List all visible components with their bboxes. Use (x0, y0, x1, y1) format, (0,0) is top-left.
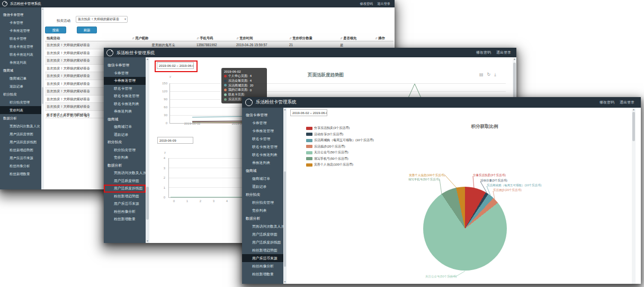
refresh-button[interactable]: 刷新 (77, 27, 97, 33)
scroll-down-icon[interactable]: ▼ (146, 239, 149, 243)
sidebar-item[interactable]: 券推送列表 (242, 159, 283, 167)
scrollbar-thumb[interactable] (632, 112, 635, 141)
sidebar-item[interactable]: 微信卡券管理 (242, 111, 283, 119)
sidebar-item[interactable]: 用户活跃度折线图 (104, 185, 146, 193)
sidebar-item[interactable]: 用户乐活币来源 (0, 154, 41, 162)
sidebar-item[interactable]: 粉丝画像分析 (0, 162, 41, 170)
sidebar-item[interactable]: 联名卡推送列表 (0, 50, 41, 58)
sidebar-scrollbar[interactable]: ▲ ▼ (146, 57, 149, 243)
column-header[interactable]: 用户昵称 (130, 35, 195, 41)
sidebar-item[interactable]: 卡券推送管理 (104, 77, 146, 85)
sidebar-item[interactable]: 卡券管理 (242, 119, 283, 127)
legend-item[interactable]: 分享乐活拍卖(3个乐活币) (306, 125, 374, 132)
sidebar-item[interactable]: 数据分析 (0, 114, 41, 122)
sidebar-item[interactable]: 联名卡推送列表 (104, 100, 146, 108)
sidebar-item[interactable]: 卡券推送管理 (242, 127, 283, 135)
scrollbar-thumb[interactable] (284, 171, 286, 267)
scrollbar-thumb[interactable] (146, 187, 149, 220)
sidebar-item[interactable]: 积分拍卖管理 (0, 98, 41, 106)
sidebar-item[interactable]: 退款记录 (104, 131, 146, 139)
legend-item[interactable]: 关注公众号(50个乐活币) (306, 150, 374, 156)
sidebar-item[interactable]: 页面访问次数及人次 (0, 122, 41, 130)
sidebar-item[interactable]: 粉丝新增趋势图 (242, 246, 283, 254)
legend-item[interactable]: 乐活商城购（每周五可领取）(10个乐活币) (306, 137, 374, 144)
sidebar-item[interactable]: 退款记录 (0, 82, 41, 90)
date-range-input[interactable]: 2019-06-02 ~ 2019-06-08 (290, 109, 327, 116)
change-password-link[interactable]: 修改密码 (360, 2, 373, 6)
sidebar-item[interactable]: 页面访问次数及人次 (104, 169, 146, 177)
legend-item[interactable]: 填写手机号(50个乐活币) (306, 156, 374, 162)
date-input[interactable]: 2019-06-09 (157, 137, 193, 144)
column-header[interactable]: 操作 (373, 35, 393, 41)
scrollbar-thumb[interactable] (42, 87, 43, 104)
column-header[interactable]: 手机号码 (195, 35, 235, 41)
scroll-up-icon[interactable]: ▲ (146, 57, 149, 61)
sidebar-item[interactable]: 微信卡券管理 (104, 62, 146, 69)
sidebar-item[interactable]: 积分拍卖管理 (104, 146, 146, 154)
legend-item[interactable]: 完善个人信息(100个乐活币) (306, 162, 374, 168)
legend-item[interactable]: 乐活捐步(20个乐活币) (306, 144, 374, 150)
sidebar-item[interactable]: 竞价列表 (242, 206, 283, 214)
sidebar-item[interactable]: 数据分析 (242, 214, 283, 222)
restore-icon[interactable]: ↻ (487, 73, 491, 77)
sidebar-item[interactable]: 粉丝新增趋势图 (0, 146, 41, 154)
sidebar-item[interactable]: 联名卡推送列表 (242, 151, 283, 159)
scroll-up-icon[interactable]: ▲ (513, 57, 516, 61)
column-header[interactable]: 竞价时间 (235, 35, 288, 41)
legend-item[interactable]: 活动分享(3个乐活币) (306, 132, 374, 138)
scroll-up-icon[interactable]: ▲ (632, 108, 636, 111)
sidebar-item[interactable]: 退款记录 (242, 182, 283, 190)
date-range-input[interactable]: 2019-06-02 ~ 2019-06-08 (157, 62, 194, 69)
sidebar-item[interactable]: 微信卡券管理 (0, 11, 41, 19)
change-password-link[interactable]: 修改密码 (600, 100, 614, 105)
sidebar-item[interactable]: 粉丝画像分析 (242, 262, 283, 270)
sidebar-item[interactable]: 联名卡管理 (0, 34, 41, 42)
change-password-link[interactable]: 修改密码 (476, 50, 491, 55)
sidebar-item[interactable]: 微商城 (242, 167, 283, 175)
data-view-icon[interactable]: ▤ (479, 73, 484, 77)
sidebar-item[interactable]: 用户乐活币来源 (104, 200, 146, 208)
sidebar-item[interactable]: 竞价列表 (0, 106, 41, 114)
content-scrollbar[interactable]: ▲ (632, 108, 636, 284)
save-image-icon[interactable]: ⤓ (494, 73, 496, 77)
sidebar-item[interactable]: 微商城 (0, 66, 41, 74)
logout-link[interactable]: 退出登录 (377, 2, 390, 6)
sidebar-item[interactable]: 微商城订单 (104, 123, 146, 131)
sidebar-item[interactable]: 粉丝新增数量 (104, 215, 146, 223)
sidebar-item[interactable]: 用户活跃度折线图 (0, 138, 41, 146)
sidebar-item[interactable]: 页面访问次数及人次 (242, 222, 283, 230)
sidebar-item[interactable]: 积分拍卖 (104, 138, 146, 146)
column-header[interactable]: 竞价积分数量 (288, 35, 338, 41)
sidebar-item[interactable]: 数据分析 (104, 162, 146, 170)
sidebar-item[interactable]: 微商城订单 (242, 175, 283, 182)
sidebar-item[interactable]: 卡券管理 (0, 19, 41, 27)
auction-activity-select[interactable]: 首次拍卖！大师级的紫砂茶壶 (76, 16, 128, 23)
sidebar-item[interactable]: 积分拍卖 (242, 190, 283, 198)
sidebar-item[interactable]: 用户活跃度折线图 (242, 238, 283, 246)
sidebar-item[interactable]: 券推送列表 (0, 58, 41, 66)
sidebar-item[interactable]: 粉丝新增数量 (242, 270, 283, 278)
sidebar-item[interactable]: 卡券推送管理 (0, 27, 41, 34)
sidebar-item[interactable]: 微商城 (104, 116, 146, 124)
sidebar-item[interactable]: 联名卡推送管理 (104, 92, 146, 100)
sidebar-item[interactable]: 卡券管理 (104, 69, 146, 77)
pie-chart[interactable] (423, 187, 507, 271)
logout-link[interactable]: 退出登录 (620, 100, 634, 105)
sidebar-item[interactable]: 用户活跃度饼图 (242, 230, 283, 238)
sidebar-item[interactable]: 联名卡管理 (104, 85, 146, 93)
sidebar-item[interactable]: 联名卡管理 (242, 135, 283, 143)
sidebar-item[interactable]: 积分拍卖 (0, 90, 41, 98)
sidebar-item[interactable]: 积分拍卖管理 (242, 198, 283, 206)
sidebar-item[interactable]: 用户活跃度饼图 (104, 177, 146, 185)
sidebar-item[interactable]: 粉丝画像分析 (104, 208, 146, 216)
sidebar-item[interactable]: 粉丝新增趋势图 (104, 193, 146, 201)
column-header[interactable]: 是否领先 (338, 35, 373, 41)
sidebar-item[interactable]: 用户活跃度饼图 (0, 130, 41, 138)
column-header[interactable]: 拍卖活动 (45, 35, 130, 41)
logout-link[interactable]: 退出登录 (496, 50, 511, 55)
sidebar-item[interactable]: 粉丝新增数量 (0, 170, 41, 178)
sidebar-item[interactable]: 用户乐活币来源 (242, 254, 283, 262)
sidebar-item[interactable]: 竞价列表 (104, 154, 146, 162)
sidebar-item[interactable]: 联名卡推送管理 (242, 143, 283, 151)
sidebar-item[interactable]: 券推送列表 (104, 108, 146, 116)
